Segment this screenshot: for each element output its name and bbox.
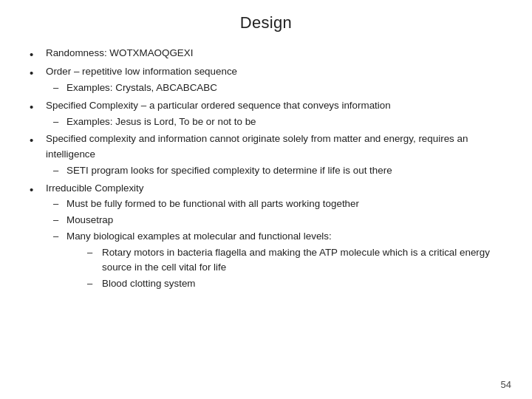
sub-sub-list: –Rotary motors in bacteria flagella and … [66, 245, 502, 292]
dash-icon: – [53, 197, 66, 211]
dash-icon: – [53, 213, 66, 228]
list-item-text: Order – repetitive low information seque… [46, 64, 502, 97]
sub-list-item: –Examples: Jesus is Lord, To be or not t… [53, 115, 502, 130]
sub-item-label: Must be fully formed to be functional wi… [66, 198, 359, 209]
sub-list-item: –Examples: Crystals, ABCABCABC [53, 81, 502, 96]
main-list: •Randomness: WOTXMAOQGEXI•Order – repeti… [30, 46, 502, 293]
page-number: 54 [501, 379, 511, 390]
dash-icon: – [53, 229, 66, 244]
sub-sub-item-text: Blood clotting system [102, 276, 502, 292]
list-item: •Order – repetitive low information sequ… [30, 64, 502, 97]
sub-list-item: –Many biological examples at molecular a… [53, 229, 502, 293]
list-item-text: Specified complexity and information can… [46, 132, 502, 179]
list-item-text: Randomness: WOTXMAOQGEXI [46, 46, 502, 61]
bullet-icon: • [30, 46, 43, 63]
sub-item-text: Examples: Crystals, ABCABCABC [66, 81, 502, 96]
item-label: Order – repetitive low information seque… [46, 66, 237, 77]
slide-page: Design •Randomness: WOTXMAOQGEXI•Order –… [0, 0, 532, 399]
item-label: Specified complexity and information can… [46, 133, 468, 160]
dash-icon: – [53, 115, 66, 129]
sub-sub-item-text: Rotary motors in bacteria flagella and m… [102, 245, 502, 276]
sub-list-item: –Mousetrap [53, 213, 502, 228]
sub-sub-dash-icon: – [87, 245, 102, 260]
sub-item-text: Many biological examples at molecular an… [66, 229, 502, 293]
bullet-icon: • [30, 181, 43, 198]
dash-icon: – [53, 163, 66, 178]
list-item: •Specified complexity and information ca… [30, 132, 502, 179]
bullet-icon: • [30, 98, 43, 115]
slide-content: •Randomness: WOTXMAOQGEXI•Order – repeti… [30, 46, 502, 293]
dash-icon: – [53, 81, 66, 95]
sub-item-label: Many biological examples at molecular an… [66, 231, 332, 242]
sub-list: –Examples: Jesus is Lord, To be or not t… [46, 115, 502, 130]
list-item-text: Specified Complexity – a particular orde… [46, 98, 502, 131]
bullet-icon: • [30, 132, 43, 149]
list-item: •Irreducible Complexity–Must be fully fo… [30, 181, 502, 293]
sub-item-text: SETI program looks for specified complex… [66, 163, 502, 179]
sub-item-text: Mousetrap [66, 213, 502, 228]
sub-list: –SETI program looks for specified comple… [46, 163, 502, 179]
slide-title: Design [30, 13, 502, 33]
sub-item-label: Mousetrap [66, 214, 113, 225]
sub-item-label: Examples: Jesus is Lord, To be or not to… [66, 116, 256, 127]
sub-sub-list-item: –Blood clotting system [87, 276, 502, 292]
item-label: Specified Complexity – a particular orde… [46, 100, 391, 111]
bullet-icon: • [30, 64, 43, 81]
list-item-text: Irreducible Complexity–Must be fully for… [46, 181, 502, 293]
sub-list-item: –Must be fully formed to be functional w… [53, 197, 502, 212]
sub-list: –Must be fully formed to be functional w… [46, 197, 502, 293]
sub-item-label: Examples: Crystals, ABCABCABC [66, 82, 217, 93]
sub-list-item: –SETI program looks for specified comple… [53, 163, 502, 179]
list-item: •Randomness: WOTXMAOQGEXI [30, 46, 502, 63]
sub-item-text: Examples: Jesus is Lord, To be or not to… [66, 115, 502, 130]
item-label: Randomness: WOTXMAOQGEXI [46, 47, 193, 58]
sub-sub-list-item: –Rotary motors in bacteria flagella and … [87, 245, 502, 276]
list-item: •Specified Complexity – a particular ord… [30, 98, 502, 131]
sub-item-text: Must be fully formed to be functional wi… [66, 197, 502, 212]
sub-sub-dash-icon: – [87, 276, 102, 291]
sub-list: –Examples: Crystals, ABCABCABC [46, 81, 502, 96]
sub-item-label: SETI program looks for specified complex… [66, 165, 392, 176]
item-label: Irreducible Complexity [46, 183, 143, 194]
